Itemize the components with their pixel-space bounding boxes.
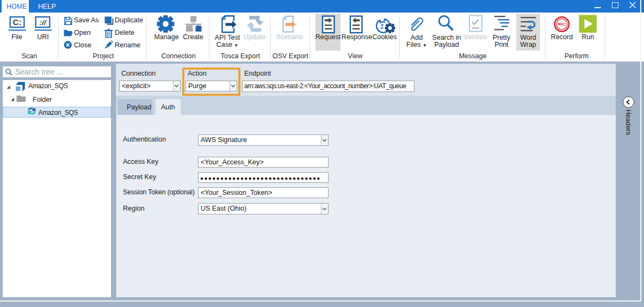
svg-text:C:: C:	[13, 17, 22, 27]
svg-text:://: ://	[40, 19, 47, 27]
svg-text:REC: REC	[558, 22, 566, 26]
